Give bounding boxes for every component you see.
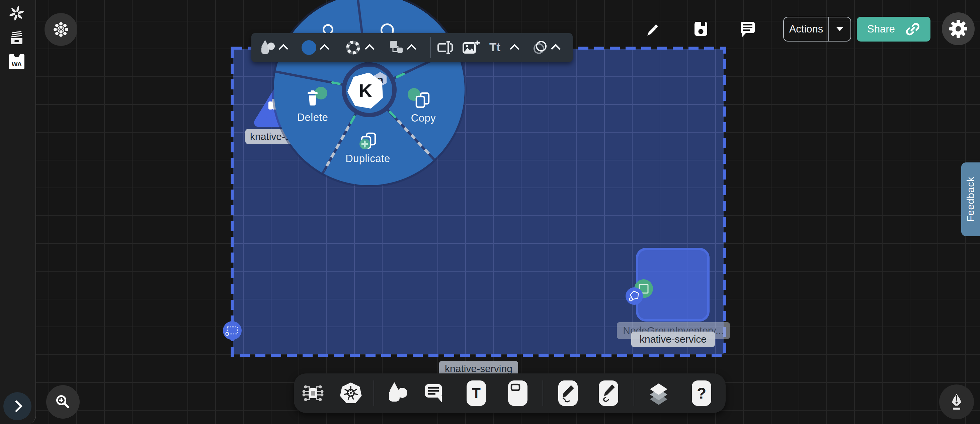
flow-diagram-icon[interactable] [302, 382, 324, 404]
zoom-button[interactable] [46, 385, 80, 419]
border-style-icon[interactable] [345, 40, 361, 55]
dock-divider [374, 381, 374, 406]
save-icon[interactable] [692, 20, 709, 38]
actions-dropdown[interactable] [829, 18, 851, 41]
rename-icon[interactable] [437, 39, 453, 56]
share-button[interactable]: Share [857, 17, 931, 41]
text-tool-icon[interactable]: T [466, 381, 486, 406]
chevron-up-icon[interactable] [407, 44, 417, 54]
kubernetes-icon[interactable] [339, 381, 363, 405]
link-icon [905, 22, 920, 37]
archive-icon[interactable] [9, 30, 25, 46]
format-toolbar: Tt [251, 33, 573, 62]
expand-sidebar-button[interactable] [3, 392, 32, 420]
settings-button[interactable] [942, 13, 975, 45]
selection-marquee-badge[interactable] [223, 321, 242, 340]
shape-style-icon[interactable] [260, 39, 275, 56]
chevron-up-icon[interactable] [365, 44, 375, 54]
pen-mode-button[interactable] [939, 384, 974, 419]
caret-down-icon [837, 27, 843, 31]
duplicate-icon[interactable] [358, 131, 379, 151]
feedback-tab[interactable]: Feedback [961, 163, 980, 236]
service-node-badge-blue [625, 287, 643, 305]
layers-icon[interactable] [649, 380, 669, 407]
knative-logo[interactable]: n K [347, 71, 388, 111]
sidebar: WA [0, 0, 36, 424]
chevron-up-icon[interactable] [320, 44, 330, 54]
text-style-icon[interactable]: Tt [489, 40, 511, 54]
edit-pencil-icon[interactable] [643, 21, 660, 38]
toolbar-divider [430, 37, 431, 58]
wa-label: WA [12, 61, 22, 68]
expand-chevron-icon [10, 400, 23, 413]
help-icon[interactable]: ? [692, 381, 711, 406]
knative-logo-text: K [359, 80, 372, 101]
share-label: Share [867, 23, 895, 35]
cluster-sphere-icon [52, 21, 70, 38]
cluster-button[interactable] [45, 13, 77, 46]
comment-icon[interactable] [739, 20, 757, 38]
dock-divider [542, 381, 543, 406]
shapes-icon[interactable] [386, 381, 409, 405]
add-image-icon[interactable] [462, 39, 480, 56]
service-node-label: knative-service [631, 332, 715, 347]
pinwheel-logo-icon[interactable] [9, 5, 25, 21]
comment-icon[interactable] [424, 382, 444, 404]
feedback-label: Feedback [965, 177, 976, 222]
frame-tool-icon[interactable] [508, 381, 528, 406]
marquee-rect-icon [223, 321, 242, 340]
canvas[interactable]: knative-s knative-serving NodeGroupInven… [0, 0, 980, 424]
trash-icon[interactable] [303, 89, 322, 107]
chevron-up-icon[interactable] [278, 44, 288, 54]
bottom-toolbar: T ? [294, 373, 725, 413]
chevron-up-icon[interactable] [551, 44, 561, 54]
fill-color-swatch[interactable] [302, 40, 316, 55]
menu-item-copy[interactable]: Copy [390, 112, 457, 124]
pentagon-outline-icon [625, 287, 643, 305]
effects-icon[interactable] [532, 39, 549, 56]
pen-knife-icon[interactable] [558, 381, 578, 406]
dock-divider [633, 381, 634, 406]
copy-icon[interactable] [414, 91, 432, 110]
arrange-icon[interactable] [389, 40, 404, 55]
actions-button[interactable]: Actions [783, 17, 851, 41]
radial-context-menu: Delete Copy Duplicate n K [274, 0, 465, 185]
menu-item-delete[interactable]: Delete [279, 112, 346, 124]
webassembly-icon[interactable]: WA [9, 54, 24, 70]
zoom-in-icon [54, 393, 72, 411]
pen-nib-icon [947, 392, 966, 411]
actions-label: Actions [784, 18, 828, 41]
pencil-tool-icon[interactable] [599, 381, 618, 406]
gear-icon [949, 19, 967, 38]
menu-item-duplicate[interactable]: Duplicate [334, 153, 401, 165]
